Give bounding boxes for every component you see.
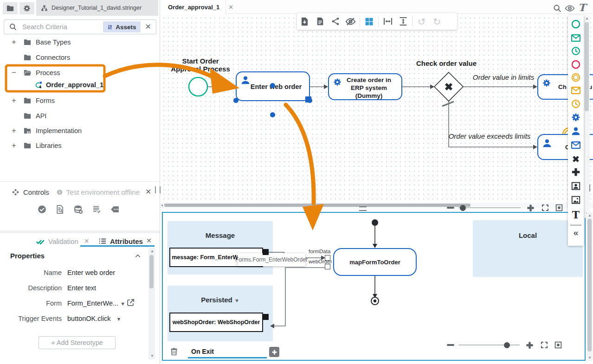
tab-attributes[interactable]: Attributes <box>98 236 143 246</box>
user-task-icon[interactable] <box>571 126 581 136</box>
zoom-out-icon[interactable] <box>447 207 454 209</box>
expand-icon[interactable]: + <box>10 141 18 150</box>
assets-scope-button[interactable]: Assets <box>103 21 140 32</box>
step-map-form-to-order[interactable]: mapFormToOrder <box>333 248 417 276</box>
trash-icon[interactable] <box>169 346 179 357</box>
zoom-in-plus-icon[interactable] <box>526 204 535 212</box>
trigger-events-field-value[interactable]: buttonOK.click ▼ <box>67 315 121 322</box>
scroll-up-icon[interactable]: ▲ <box>150 249 154 253</box>
message-intermediate-event-icon[interactable] <box>571 85 581 96</box>
tab-order-approval[interactable]: Order_approval_1 ✕ <box>160 0 226 14</box>
caret-down-icon[interactable]: ▼ <box>120 301 125 307</box>
folder-button[interactable] <box>3 2 18 14</box>
scroll-down-icon[interactable]: ▼ <box>588 356 592 360</box>
scrollbar-thumb[interactable] <box>149 255 154 288</box>
tag-comment-icon[interactable] <box>110 204 120 214</box>
expand-icon[interactable]: + <box>10 126 18 135</box>
undo-icon[interactable]: ↺ <box>414 17 429 26</box>
text-annotation-icon[interactable]: T <box>571 210 581 220</box>
parallel-gateway-icon[interactable] <box>571 167 581 177</box>
fullscreen-icon[interactable] <box>541 204 549 212</box>
sidebar-item-process[interactable]: − Process <box>0 67 158 79</box>
splitter-handle[interactable] <box>359 206 367 211</box>
selection-handle[interactable] <box>270 83 275 88</box>
search-input[interactable] <box>21 23 103 31</box>
selection-handle[interactable] <box>233 98 238 103</box>
scroll-left-icon[interactable]: ◂ <box>161 203 163 207</box>
expand-icon[interactable]: + <box>10 38 18 47</box>
validate-check-circle-icon[interactable] <box>37 204 47 214</box>
zoom-in-plus-icon[interactable] <box>525 341 534 350</box>
settings-gear-button[interactable] <box>19 2 34 14</box>
variable-webshoporder[interactable]: webShopOrder: WebShopOrder <box>169 313 263 332</box>
end-event-icon[interactable] <box>571 59 581 70</box>
send-task-icon[interactable] <box>571 140 581 150</box>
message-output-port[interactable] <box>263 249 269 255</box>
fit-to-screen-icon[interactable] <box>554 341 562 349</box>
user-image-icon[interactable] <box>571 181 581 191</box>
chevron-up-icon[interactable] <box>134 252 142 260</box>
clear-search-icon[interactable]: ✕ <box>145 23 151 31</box>
zoom-slider[interactable] <box>458 207 521 208</box>
distribute-horizontal-icon[interactable] <box>380 16 395 26</box>
image-icon[interactable] <box>571 195 581 205</box>
webshoporder-port[interactable] <box>263 314 269 320</box>
zoom-out-icon[interactable] <box>447 344 454 346</box>
database-offline-icon[interactable] <box>73 204 84 215</box>
distribute-vertical-icon[interactable] <box>395 16 411 26</box>
region-persisted-title[interactable]: Persisted ▼ <box>168 296 273 304</box>
add-stereotype-button[interactable]: + Add Stereotype <box>39 336 116 349</box>
add-event-tab-button[interactable] <box>269 347 279 357</box>
collapse-palette-icon[interactable]: « <box>571 228 581 238</box>
close-attributes-icon[interactable]: ✕ <box>146 237 152 244</box>
output-port-weborder[interactable] <box>325 264 330 269</box>
scroll-up-icon[interactable]: ▲ <box>588 214 592 217</box>
sidebar-item-order-approval[interactable]: Order_approval_1 <box>0 79 158 91</box>
caret-down-icon[interactable]: ▼ <box>234 298 239 303</box>
service-task-icon[interactable] <box>571 112 581 122</box>
sidebar-item-base-types[interactable]: + Base Types <box>0 36 158 48</box>
sidebar-item-libraries[interactable]: + Libraries <box>0 140 158 152</box>
preview-eye-icon[interactable] <box>564 3 575 13</box>
panel-resize-handle[interactable] <box>589 185 593 192</box>
scroll-down-icon[interactable]: ▼ <box>150 354 154 358</box>
description-field-value[interactable]: Enter text <box>67 284 96 292</box>
timer-start-event-icon[interactable] <box>571 46 581 56</box>
hide-eye-off-icon[interactable] <box>343 16 358 27</box>
workspace-tab[interactable]: Designer_Tutorial_1_david.stringer <box>36 0 158 16</box>
task-create-order[interactable]: Create order in ERP system (Dummy) <box>328 73 402 100</box>
name-field-value[interactable]: Enter web order <box>67 269 115 276</box>
process-canvas[interactable]: ↺ ↻ Start Order Approval Process Check o… <box>160 14 593 203</box>
tab-on-exit[interactable]: On Exit <box>191 348 214 355</box>
text-tool-icon[interactable]: T <box>578 1 586 13</box>
start-event-icon[interactable] <box>571 19 581 29</box>
zoom-slider[interactable] <box>458 345 520 345</box>
grid-layout-icon[interactable] <box>361 17 377 26</box>
close-validation-icon[interactable]: ✕ <box>84 238 90 244</box>
open-form-external-link-icon[interactable] <box>126 298 135 307</box>
share-icon[interactable] <box>328 17 343 26</box>
export-document-icon[interactable] <box>297 17 312 26</box>
tab-validation[interactable]: Validation ✕ <box>36 236 90 246</box>
fullscreen-icon[interactable] <box>540 341 548 349</box>
fit-to-screen-icon[interactable] <box>555 204 563 212</box>
review-document-icon[interactable] <box>55 204 65 214</box>
document-icon[interactable] <box>312 17 328 26</box>
selection-handle[interactable] <box>270 112 275 117</box>
close-controls-icon[interactable]: ✕ <box>145 188 151 196</box>
caret-down-icon[interactable]: ▼ <box>116 316 122 322</box>
form-field-value[interactable]: Form_EnterWe... ▼ <box>67 300 125 307</box>
global-search-icon[interactable] <box>553 4 562 13</box>
input-port-formdata[interactable] <box>325 255 330 261</box>
zoom-slider-thumb[interactable] <box>504 342 510 348</box>
selection-corner-handle[interactable] <box>305 96 311 102</box>
scroll-up-icon[interactable]: ▲ <box>585 17 589 20</box>
close-tab-icon[interactable]: ✕ <box>228 4 233 10</box>
scrollbar-thumb[interactable] <box>585 22 589 111</box>
scrollbar-thumb[interactable] <box>164 204 471 207</box>
subprocess-panel[interactable]: Message Persisted ▼ Local message: Form_… <box>162 212 586 361</box>
exclusive-gateway-icon[interactable] <box>571 154 581 164</box>
sidebar-item-api[interactable]: API <box>0 110 158 122</box>
zoom-slider-thumb[interactable] <box>460 205 466 211</box>
scrollbar-thumb[interactable] <box>587 219 592 351</box>
